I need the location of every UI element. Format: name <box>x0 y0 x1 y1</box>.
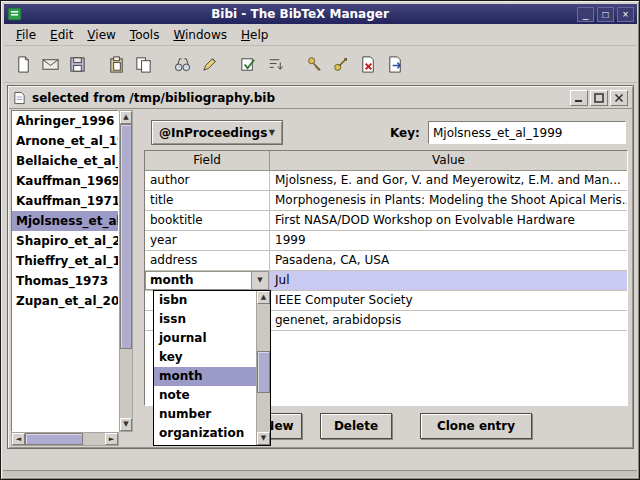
list-item[interactable]: Kauffman_1969 <box>12 171 118 191</box>
delete-entry-icon <box>359 55 378 74</box>
close-button[interactable]: × <box>617 7 634 22</box>
table-row[interactable]: author Mjolsness, E. and Gor, V. and Mey… <box>145 171 627 191</box>
field-cell[interactable]: booktitle <box>145 211 270 230</box>
list-vertical-scrollbar[interactable]: ▲ ▼ <box>119 110 133 432</box>
chevron-down-icon: ▼ <box>269 128 275 137</box>
field-option-number[interactable]: number <box>154 405 256 424</box>
open-button[interactable] <box>37 51 64 78</box>
scroll-up-arrow-icon[interactable]: ▲ <box>257 291 270 304</box>
copy-button[interactable] <box>130 51 157 78</box>
value-cell[interactable]: Morphogenesis in Plants: Modeling the Sh… <box>270 191 627 210</box>
key-add-icon <box>332 55 351 74</box>
field-cell[interactable]: author <box>145 171 270 190</box>
scroll-left-arrow-icon[interactable]: ◄ <box>12 433 25 445</box>
chevron-down-icon[interactable]: ▼ <box>251 272 268 289</box>
entry-list-panel: Ahringer_1996 Arnone_et_al_1997 Bellaich… <box>11 110 133 446</box>
sort-button[interactable] <box>262 51 289 78</box>
frame-close-button[interactable] <box>610 90 628 106</box>
scrollbar-thumb[interactable] <box>257 351 270 393</box>
frame-close-icon <box>613 92 625 104</box>
list-item[interactable]: Arnone_et_al_1997 <box>12 131 118 151</box>
list-item[interactable]: Thieffry_et_al_1993 <box>12 251 118 271</box>
column-header-field[interactable]: Field <box>145 151 270 170</box>
toolbar-separator <box>157 64 169 65</box>
table-row-editing[interactable]: month ▼ Jul <box>145 271 627 291</box>
save-button[interactable] <box>64 51 91 78</box>
search-icon <box>173 55 192 74</box>
list-item[interactable]: Zupan_et_al_2003 <box>12 291 118 311</box>
frame-maximize-icon <box>593 92 605 104</box>
list-item[interactable]: Thomas_1973 <box>12 271 118 291</box>
frame-iconify-button[interactable] <box>570 90 588 106</box>
edit-button[interactable] <box>196 51 223 78</box>
save-icon <box>68 55 87 74</box>
menu-edit[interactable]: Edit <box>43 26 80 44</box>
new-entry-button[interactable] <box>10 51 37 78</box>
field-option-key[interactable]: key <box>154 348 256 367</box>
table-row[interactable]: title Morphogenesis in Plants: Modeling … <box>145 191 627 211</box>
field-option-issn[interactable]: issn <box>154 310 256 329</box>
paste-button[interactable] <box>103 51 130 78</box>
internal-frame: selected from /tmp/bibliography.bib Ahri… <box>7 85 634 449</box>
menu-view[interactable]: View <box>80 26 122 44</box>
menu-tools[interactable]: Tools <box>123 26 167 44</box>
field-cell[interactable]: address <box>145 251 270 270</box>
key-input[interactable] <box>428 121 626 144</box>
popup-vertical-scrollbar[interactable]: ▲ ▼ <box>256 291 270 445</box>
field-option-month-selected[interactable]: month <box>154 367 256 386</box>
list-item[interactable]: Bellaiche_et_al_200 <box>12 151 118 171</box>
menu-help[interactable]: Help <box>234 26 275 44</box>
search-button[interactable] <box>169 51 196 78</box>
table-row[interactable]: year 1999 <box>145 231 627 251</box>
table-row[interactable]: booktitle First NASA/DOD Workshop on Evo… <box>145 211 627 231</box>
export-button[interactable] <box>382 51 409 78</box>
menu-file[interactable]: File <box>9 26 43 44</box>
scroll-down-arrow-icon[interactable]: ▼ <box>120 418 132 431</box>
scroll-up-arrow-icon[interactable]: ▲ <box>120 111 132 124</box>
validate-button[interactable] <box>235 51 262 78</box>
list-item[interactable]: Shapiro_et_al_2001 <box>12 231 118 251</box>
value-cell[interactable]: Mjolsness, E. and Gor, V. and Meyerowitz… <box>270 171 627 190</box>
value-cell[interactable]: genenet, arabidopsis <box>270 311 627 330</box>
clone-entry-button[interactable]: Clone entry <box>420 413 532 439</box>
key-button[interactable] <box>301 51 328 78</box>
value-cell[interactable]: Pasadena, CA, USA <box>270 251 627 270</box>
internal-frame-titlebar[interactable]: selected from /tmp/bibliography.bib <box>9 87 632 109</box>
scrollbar-thumb[interactable] <box>25 433 83 445</box>
list-item[interactable]: Kauffman_1971 <box>12 191 118 211</box>
field-cell[interactable]: title <box>145 191 270 210</box>
table-row[interactable]: address Pasadena, CA, USA <box>145 251 627 271</box>
menu-windows[interactable]: Windows <box>166 26 234 44</box>
internal-frame-title: selected from /tmp/bibliography.bib <box>32 91 568 105</box>
list-horizontal-scrollbar[interactable]: ◄ ► <box>11 432 119 446</box>
field-option-isbn[interactable]: isbn <box>154 291 256 310</box>
value-cell[interactable]: 1999 <box>270 231 627 250</box>
entry-type-select[interactable]: @InProceedings ▼ <box>151 120 283 145</box>
value-cell-selected[interactable]: Jul <box>270 271 627 290</box>
field-cell[interactable]: year <box>145 231 270 250</box>
delete-entry-button[interactable] <box>355 51 382 78</box>
app-icon <box>7 6 23 22</box>
field-name-combobox[interactable]: month ▼ <box>145 271 269 290</box>
entry-list: Ahringer_1996 Arnone_et_al_1997 Bellaich… <box>11 110 119 432</box>
value-cell[interactable]: IEEE Computer Society <box>270 291 627 310</box>
validate-icon <box>239 55 258 74</box>
key-add-button[interactable] <box>328 51 355 78</box>
frame-maximize-button[interactable] <box>590 90 608 106</box>
maximize-button[interactable]: □ <box>597 7 614 22</box>
column-header-value[interactable]: Value <box>270 151 627 170</box>
list-item[interactable]: Ahringer_1996 <box>12 111 118 131</box>
toolbar-separator <box>91 64 103 65</box>
scrollbar-corner <box>119 432 133 446</box>
delete-button[interactable]: Delete <box>320 413 392 439</box>
scrollbar-thumb[interactable] <box>120 124 132 349</box>
minimize-button[interactable]: _ <box>577 7 594 22</box>
field-option-journal[interactable]: journal <box>154 329 256 348</box>
minimize-icon: _ <box>583 9 589 20</box>
list-item-selected[interactable]: Mjolsness_et_al_19 <box>12 211 118 231</box>
scroll-down-arrow-icon[interactable]: ▼ <box>257 432 270 445</box>
field-option-note[interactable]: note <box>154 386 256 405</box>
field-option-organization[interactable]: organization <box>154 424 256 443</box>
scroll-right-arrow-icon[interactable]: ► <box>105 433 118 445</box>
value-cell[interactable]: First NASA/DOD Workshop on Evolvable Har… <box>270 211 627 230</box>
